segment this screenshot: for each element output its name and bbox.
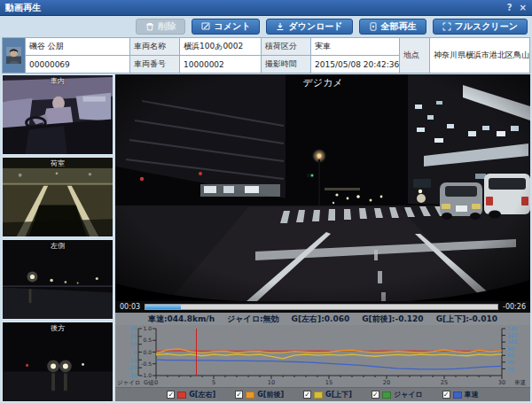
camera-thumbnail-column: 車内 荷室 [2, 74, 113, 402]
toolbar: 削除 コメント ダウンロード 全部再生 フルスクリーン [0, 16, 532, 37]
driver-id: 00000069 [26, 56, 130, 74]
telemetry-chart-panel: 3020100-10-20-301.00.50.0-0.5-1.01401201… [115, 325, 530, 387]
gyro-readout: ジャイロ:無効 [227, 314, 278, 325]
camera-thumb-interior[interactable]: 車内 [2, 74, 113, 155]
speed-readout: 車速:044.8km/h [148, 314, 215, 325]
svg-text:-1.0: -1.0 [141, 372, 152, 378]
checkbox-checked[interactable]: ✓ [372, 391, 379, 399]
svg-text:-10: -10 [128, 357, 137, 363]
legend-label: G[前後] [257, 390, 284, 399]
svg-text:30: 30 [498, 379, 505, 386]
g-lr-readout: G[左右]:0.060 [292, 314, 350, 325]
vehicle-no-value: 10000002 [180, 56, 262, 74]
cargo-camera-frame [3, 158, 113, 236]
legend-label: G[上下] [325, 390, 352, 399]
remaining-time: -00:26 [503, 303, 526, 311]
svg-text:0: 0 [154, 379, 158, 386]
playback-column: デジカメ 00:03 -00:26 車速:044.8km/h ジャイロ:無効 G… [115, 74, 530, 402]
camera-label: 荷室 [3, 159, 113, 168]
close-icon[interactable]: × [520, 3, 527, 12]
load-label: 積荷区分 [262, 38, 311, 56]
legend-item-g-lr[interactable]: ✓ G[左右] [167, 390, 215, 399]
dashcam-video-frame [115, 74, 530, 301]
telemetry-statusbar: 車速:044.8km/h ジャイロ:無効 G[左右]:0.060 G[前後]:-… [115, 313, 530, 325]
timeline-track[interactable] [145, 304, 498, 310]
svg-text:0.5: 0.5 [143, 337, 152, 343]
legend-item-gyro[interactable]: ✓ ジャイロ [372, 390, 423, 399]
svg-text:-20: -20 [128, 364, 137, 370]
trip-info-table: 磯谷 公朋 車両名称 横浜100あ0002 積荷区分 実車 地点 神奈川県横浜市… [2, 37, 530, 74]
main-camera-label: デジカメ [115, 76, 530, 89]
svg-text:40: 40 [507, 359, 514, 365]
legend-item-g-ud[interactable]: ✓ G[上下] [303, 390, 352, 399]
camera-label: 左側 [3, 241, 113, 251]
vehicle-name-label: 車両名称 [130, 38, 180, 56]
fullscreen-button[interactable]: フルスクリーン [433, 19, 528, 35]
load-value: 実車 [311, 38, 400, 56]
svg-text:30: 30 [129, 325, 137, 331]
svg-text:1.0: 1.0 [143, 325, 152, 331]
window-title: 動画再生 [5, 2, 500, 14]
driver-avatar [6, 47, 21, 64]
g-fb-readout: G[前後]:-0.120 [362, 314, 423, 325]
comment-button[interactable]: コメント [192, 19, 260, 35]
g-ud-readout: G[上下]:-0.010 [436, 314, 497, 325]
main-video-viewport[interactable]: デジカメ [115, 74, 530, 301]
svg-text:20: 20 [507, 366, 514, 372]
content-area: 車内 荷室 [0, 74, 532, 402]
svg-text:0.0: 0.0 [143, 349, 152, 355]
driver-name: 磯谷 公朋 [26, 38, 130, 56]
svg-text:60: 60 [507, 352, 514, 358]
checkbox-checked[interactable]: ✓ [442, 391, 450, 399]
location-label: 地点 [400, 38, 430, 74]
series-swatch [177, 391, 186, 399]
window-titlebar: 動画再生 ? × [0, 0, 532, 16]
download-icon [276, 22, 285, 31]
telemetry-chart: 3020100-10-20-301.00.50.0-0.5-1.01401201… [115, 325, 530, 387]
svg-text:140: 140 [507, 325, 518, 331]
camera-thumb-cargo[interactable]: 荷室 [2, 157, 113, 237]
timeline-bar: 00:03 -00:26 [115, 301, 530, 313]
download-button[interactable]: ダウンロード [266, 19, 352, 35]
svg-text:25: 25 [441, 379, 448, 386]
legend-label: ジャイロ [394, 390, 423, 399]
svg-text:15: 15 [325, 379, 332, 386]
checkbox-checked[interactable]: ✓ [235, 391, 243, 399]
legend-label: 車速 [465, 390, 479, 399]
camera-thumb-left-side[interactable]: 左側 [2, 239, 113, 320]
legend-item-g-fb[interactable]: ✓ G[前後] [235, 390, 284, 399]
legend-item-speed[interactable]: ✓ 車速 [442, 390, 479, 399]
svg-text:20: 20 [383, 379, 390, 386]
svg-text:-0.5: -0.5 [141, 360, 152, 367]
delete-button[interactable]: 削除 [136, 19, 185, 35]
interior-camera-frame [3, 75, 113, 154]
svg-text:ジャイロ: ジャイロ [117, 379, 141, 386]
camera-label: 車内 [3, 76, 113, 86]
series-swatch [246, 391, 254, 399]
svg-text:0: 0 [133, 349, 137, 355]
svg-text:20: 20 [129, 333, 137, 339]
vehicle-no-label: 車両番号 [130, 56, 180, 74]
fullscreen-icon [442, 22, 451, 31]
help-icon[interactable]: ? [507, 3, 512, 12]
svg-text:車速: 車速 [514, 379, 526, 386]
svg-text:5: 5 [212, 379, 215, 386]
series-swatch [453, 391, 462, 399]
vehicle-name-value: 横浜100あ0002 [180, 38, 262, 56]
device-play-icon [369, 22, 378, 31]
svg-text:100: 100 [507, 338, 518, 345]
timeline-progress-fill [145, 305, 181, 309]
checkbox-checked[interactable]: ✓ [303, 391, 311, 399]
camera-label: 後方 [3, 323, 113, 333]
svg-text:80: 80 [507, 345, 514, 352]
series-swatch [382, 391, 391, 399]
camera-thumb-rear[interactable]: 後方 [2, 322, 113, 402]
series-swatch [314, 391, 323, 399]
checkbox-checked[interactable]: ✓ [167, 391, 175, 399]
svg-text:-30: -30 [128, 372, 137, 378]
shoot-time-label: 撮影時間 [262, 56, 311, 74]
legend-label: G[左右] [189, 390, 215, 399]
rear-camera-frame [3, 322, 113, 401]
left-side-camera-frame [3, 240, 113, 319]
play-all-button[interactable]: 全部再生 [359, 19, 426, 35]
